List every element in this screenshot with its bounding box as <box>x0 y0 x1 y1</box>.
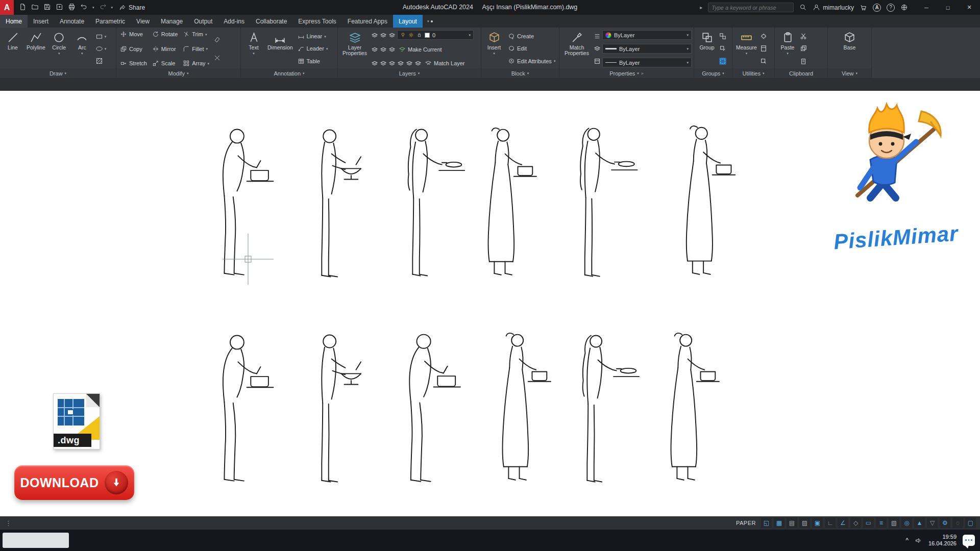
circle-button[interactable]: Circle ▾ <box>48 29 70 68</box>
layer-tool-icon[interactable] <box>388 46 396 53</box>
tab-collaborate[interactable]: Collaborate <box>250 15 292 28</box>
figure-man-bowl[interactable] <box>322 335 361 482</box>
view-expand-icon[interactable]: ▾ <box>856 71 858 75</box>
object-color-select[interactable]: ByLayer ▾ <box>602 30 692 40</box>
figure-woman-apron[interactable] <box>687 126 735 274</box>
tab-add-ins[interactable]: Add-ins <box>218 15 250 28</box>
circle-dropdown-icon[interactable]: ▾ <box>58 52 60 55</box>
quick-calc-icon[interactable] <box>760 45 767 52</box>
tab-overflow-menu[interactable]: ▾ <box>423 15 438 28</box>
figure-woman-apron[interactable] <box>503 333 551 480</box>
rectangle-tool[interactable]: ▾ <box>94 33 108 40</box>
status-object-isolate-icon[interactable]: ◌ <box>952 518 963 528</box>
speaker-icon[interactable] <box>915 537 922 544</box>
line-button[interactable]: Line <box>2 29 23 68</box>
search-flyout-icon[interactable]: ▸ <box>700 5 702 10</box>
share-button[interactable]: Share <box>119 4 145 11</box>
quick-select-icon[interactable] <box>760 58 767 65</box>
annotation-expand-icon[interactable]: ▾ <box>303 71 305 75</box>
dwg-file-icon[interactable]: .dwg <box>53 393 100 449</box>
tab-featured-apps[interactable]: Featured Apps <box>342 15 393 28</box>
annotation-panel-label[interactable]: Annotation▾ <box>241 68 337 78</box>
tab-express-tools[interactable]: Express Tools <box>292 15 341 28</box>
linear-dropdown-icon[interactable]: ▾ <box>324 35 326 38</box>
measure-button[interactable]: Measure ▾ <box>734 29 758 68</box>
paste-button[interactable]: Paste ▾ <box>777 29 798 68</box>
utilities-expand-icon[interactable]: ▾ <box>763 71 765 75</box>
fillet-dropdown-icon[interactable]: ▾ <box>206 47 208 51</box>
lineweight-select[interactable]: ByLayer ▾ <box>602 44 692 54</box>
status-transparency-icon[interactable]: ▧ <box>889 518 899 528</box>
new-file-icon[interactable] <box>19 3 27 12</box>
group-selection-icon[interactable] <box>719 58 726 65</box>
make-current-button[interactable]: Make Current <box>397 45 444 54</box>
help-icon[interactable]: ? <box>887 4 895 12</box>
rectangle-dropdown-icon[interactable]: ▾ <box>105 35 107 38</box>
globe-icon[interactable] <box>900 4 908 11</box>
status-annotation-visibility-icon[interactable]: ▲ <box>914 518 925 528</box>
figure-man-pot[interactable] <box>409 335 460 482</box>
utilities-panel-label[interactable]: Utilities▾ <box>732 68 774 78</box>
modify-tool-scale[interactable]: Scale <box>151 59 179 67</box>
tab-layout[interactable]: Layout <box>393 15 423 28</box>
edit-block-button[interactable]: Edit <box>506 44 557 53</box>
figure-woman-apron[interactable] <box>671 333 719 480</box>
arc-dropdown-icon[interactable]: ▾ <box>81 52 83 55</box>
status-lineweight-icon[interactable]: ≡ <box>876 518 887 528</box>
layer-tool-icon[interactable] <box>380 46 387 53</box>
modify-expand-icon[interactable]: ▾ <box>187 71 189 75</box>
block-panel-label[interactable]: Block▾ <box>481 68 559 78</box>
taskbar-clock[interactable]: 19:59 16.04.2026 <box>928 534 957 547</box>
open-file-icon[interactable] <box>31 3 39 12</box>
ellipse-tool[interactable]: ▾ <box>94 45 108 53</box>
status-polar-tracking-icon[interactable]: ∠ <box>838 518 848 528</box>
copy-clip-icon[interactable] <box>800 45 807 52</box>
tab-manage[interactable]: Manage <box>155 15 188 28</box>
leader-dropdown-icon[interactable]: ▾ <box>326 47 328 51</box>
ungroup-icon[interactable] <box>719 33 726 40</box>
modify-tool-array[interactable]: Array▾ <box>181 59 211 67</box>
insert-dropdown-icon[interactable]: ▾ <box>493 52 495 55</box>
properties-settings-icon[interactable] <box>594 58 601 65</box>
figure-woman-pan[interactable] <box>408 130 464 276</box>
search-input[interactable] <box>712 5 790 11</box>
tab-home[interactable]: Home <box>0 15 28 28</box>
layer-tool-icon[interactable] <box>380 32 387 39</box>
hatch-tool[interactable] <box>94 57 108 65</box>
paper-space-label[interactable]: PAPER <box>736 520 756 526</box>
layer-tool-icon[interactable] <box>388 60 396 67</box>
layer-dropdown-icon[interactable]: ▾ <box>469 33 471 37</box>
modify-tool-stretch[interactable]: Stretch <box>118 59 149 67</box>
modify-tool-copy[interactable]: Copy <box>118 45 149 53</box>
modify-panel-label[interactable]: Modify▾ <box>116 68 240 78</box>
layer-tool-icon[interactable] <box>371 60 378 67</box>
autodesk-access-icon[interactable]: A <box>873 4 881 12</box>
modify-tool-trim[interactable]: Trim▾ <box>181 30 211 38</box>
paste-special-icon[interactable] <box>800 58 807 65</box>
undo-dropdown-icon[interactable]: ▾ <box>92 6 94 9</box>
layer-tool-icon[interactable] <box>406 60 413 67</box>
taskbar-item[interactable] <box>3 533 69 548</box>
edit-attributes-button[interactable]: Edit Attributes ▾ <box>506 57 557 65</box>
tab-annotate[interactable]: Annotate <box>54 15 90 28</box>
cut-icon[interactable] <box>800 33 807 40</box>
autocad-logo[interactable]: A <box>0 0 14 15</box>
save-icon[interactable] <box>43 3 51 12</box>
modify-tool-mirror[interactable]: Mirror <box>151 45 179 53</box>
group-edit-icon[interactable] <box>719 45 726 52</box>
text-dropdown-icon[interactable]: ▾ <box>253 52 255 55</box>
draw-expand-icon[interactable]: ▾ <box>65 71 67 75</box>
figure-man-bowl[interactable] <box>322 130 361 277</box>
insert-button[interactable]: Insert ▾ <box>483 29 505 68</box>
groups-panel-label[interactable]: Groups▾ <box>694 68 732 78</box>
keyword-search[interactable] <box>708 3 794 12</box>
linetype-select[interactable]: ByLayer ▾ <box>602 58 692 67</box>
properties-expand-icon[interactable]: ▾ <box>637 71 639 75</box>
status-layout-quadrant-icon[interactable]: ◱ <box>761 518 772 528</box>
layers-expand-icon[interactable]: ▾ <box>418 71 420 75</box>
layer-tool-icon[interactable] <box>397 60 404 67</box>
properties-list-icon[interactable] <box>594 33 601 40</box>
arc-button[interactable]: Arc ▾ <box>71 29 93 68</box>
properties-layers-icon[interactable] <box>594 45 601 52</box>
figure-woman-pan[interactable] <box>580 129 638 277</box>
